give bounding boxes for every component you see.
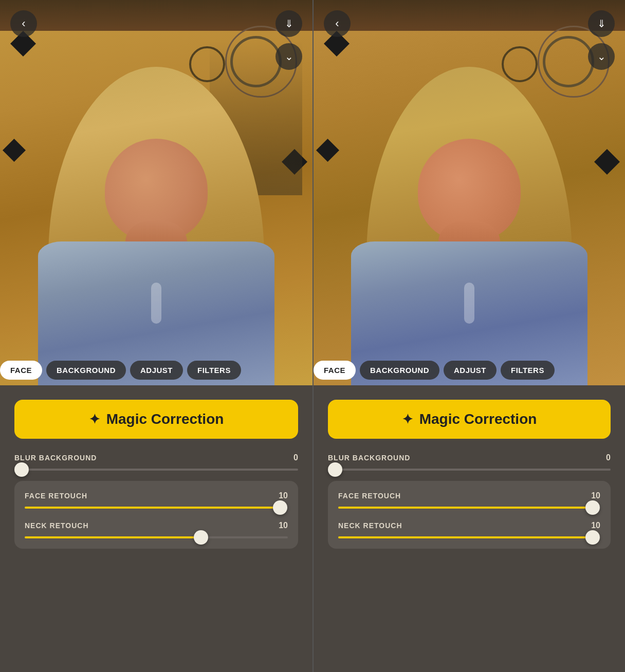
right-panel: ‹ ⇓ ⌄ FACE BACKGROUND ADJUST FILTERS ✦ M… bbox=[312, 0, 625, 672]
blur-bg-track-left[interactable] bbox=[14, 469, 298, 471]
face-retouch-thumb-left[interactable] bbox=[273, 500, 287, 515]
magic-correction-button-left[interactable]: ✦ Magic Correction bbox=[14, 400, 298, 439]
neck-retouch-label-right: NECK RETOUCH bbox=[338, 521, 402, 530]
face-retouch-fill-left bbox=[25, 507, 280, 509]
blur-bg-label-right: BLUR BACKGROUND bbox=[328, 454, 410, 462]
face-retouch-box-right: FACE RETOUCH 10 NECK RETOUCH 10 bbox=[328, 481, 611, 549]
neck-retouch-thumb-right[interactable] bbox=[585, 530, 600, 545]
magic-correction-label-right: Magic Correction bbox=[419, 411, 537, 427]
download-icon-right: ⇓ bbox=[597, 17, 606, 30]
tab-background-right[interactable]: BACKGROUND bbox=[360, 361, 439, 380]
face-retouch-fill-right bbox=[338, 507, 593, 509]
face-retouch-track-left[interactable] bbox=[25, 507, 288, 509]
left-photo-area: ‹ ⇓ ⌄ FACE BACKGROUND ADJUST FILTERS bbox=[0, 0, 312, 385]
neck-retouch-track-left[interactable] bbox=[25, 536, 288, 538]
expand-button[interactable]: ⌄ bbox=[275, 43, 302, 70]
face-retouch-track-right[interactable] bbox=[338, 507, 600, 509]
expand-icon-right: ⌄ bbox=[597, 50, 606, 63]
download-button[interactable]: ⇓ bbox=[275, 10, 302, 37]
blur-bg-value-right: 0 bbox=[606, 453, 611, 462]
blur-bg-thumb-left[interactable] bbox=[14, 462, 29, 477]
blur-bg-label-left: BLUR BACKGROUND bbox=[14, 454, 97, 462]
face-retouch-value-left: 10 bbox=[279, 491, 288, 500]
tab-filters-right[interactable]: FILTERS bbox=[501, 361, 555, 380]
neck-retouch-fill-right bbox=[338, 536, 593, 538]
neck-retouch-fill-left bbox=[25, 536, 201, 538]
face-retouch-label-right: FACE RETOUCH bbox=[338, 492, 401, 500]
neck-retouch-thumb-left[interactable] bbox=[194, 530, 208, 545]
back-button-right[interactable]: ‹ bbox=[324, 10, 351, 37]
face-retouch-value-right: 10 bbox=[591, 491, 600, 500]
neck-retouch-value-left: 10 bbox=[279, 521, 288, 530]
blur-bg-thumb-right[interactable] bbox=[328, 462, 342, 477]
tab-adjust-left[interactable]: ADJUST bbox=[130, 361, 183, 380]
blur-background-section-right: BLUR BACKGROUND 0 bbox=[328, 453, 611, 471]
face-retouch-thumb-right[interactable] bbox=[585, 500, 600, 515]
left-controls: ✦ Magic Correction BLUR BACKGROUND 0 FAC… bbox=[0, 385, 312, 672]
right-photo-area: ‹ ⇓ ⌄ FACE BACKGROUND ADJUST FILTERS bbox=[314, 0, 625, 385]
magic-correction-label-left: Magic Correction bbox=[106, 411, 224, 427]
right-tabs-bar: FACE BACKGROUND ADJUST FILTERS bbox=[314, 354, 625, 385]
expand-icon: ⌄ bbox=[285, 50, 293, 63]
download-button-right[interactable]: ⇓ bbox=[588, 10, 615, 37]
magic-correction-button-right[interactable]: ✦ Magic Correction bbox=[328, 400, 611, 439]
download-icon: ⇓ bbox=[285, 17, 293, 30]
blur-bg-value-left: 0 bbox=[293, 453, 298, 462]
back-icon-right: ‹ bbox=[335, 17, 339, 30]
left-panel: ‹ ⇓ ⌄ FACE BACKGROUND ADJUST FILTERS ✦ M… bbox=[0, 0, 312, 672]
expand-button-right[interactable]: ⌄ bbox=[588, 43, 615, 70]
left-tabs-bar: FACE BACKGROUND ADJUST FILTERS bbox=[0, 354, 312, 385]
neck-retouch-label-left: NECK RETOUCH bbox=[25, 521, 89, 530]
tab-adjust-right[interactable]: ADJUST bbox=[444, 361, 497, 380]
neck-retouch-value-right: 10 bbox=[591, 521, 600, 530]
tab-filters-left[interactable]: FILTERS bbox=[187, 361, 241, 380]
back-icon: ‹ bbox=[22, 17, 25, 30]
tab-face-right[interactable]: FACE bbox=[314, 361, 356, 380]
blur-bg-track-right[interactable] bbox=[328, 469, 611, 471]
right-controls: ✦ Magic Correction BLUR BACKGROUND 0 FAC… bbox=[314, 385, 625, 672]
neck-retouch-track-right[interactable] bbox=[338, 536, 600, 538]
tab-face-left[interactable]: FACE bbox=[0, 361, 42, 380]
blur-background-section-left: BLUR BACKGROUND 0 bbox=[14, 453, 298, 471]
tab-background-left[interactable]: BACKGROUND bbox=[46, 361, 126, 380]
magic-icon-right: ✦ bbox=[402, 412, 413, 427]
magic-icon-left: ✦ bbox=[89, 412, 100, 427]
face-retouch-label-left: FACE RETOUCH bbox=[25, 492, 87, 500]
back-button[interactable]: ‹ bbox=[10, 10, 37, 37]
face-retouch-box-left: FACE RETOUCH 10 NECK RETOUCH 10 bbox=[14, 481, 298, 549]
